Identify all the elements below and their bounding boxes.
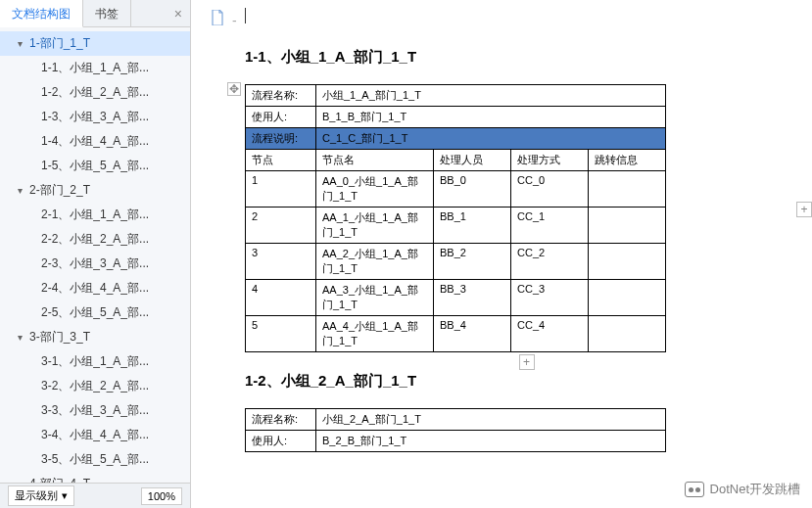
tree-item[interactable]: 1-5、小组_5_A_部... — [0, 154, 190, 178]
tree-item[interactable]: 3-5、小组_5_A_部... — [0, 447, 190, 472]
table-meta-row[interactable]: 使用人:B_2_B_部门_1_T — [246, 431, 666, 452]
table-cell[interactable] — [589, 244, 666, 280]
table-row[interactable]: 4AA_3_小组_1_A_部门_1_TBB_3CC_3 — [246, 280, 666, 316]
app-root: 文档结构图 书签 × ▾1-部门_1_T1-1、小组_1_A_部...1-2、小… — [0, 0, 812, 508]
tree-label: 1-3、小组_3_A_部... — [41, 110, 149, 123]
tab-bookmark[interactable]: 书签 — [83, 0, 131, 26]
page-dash: - — [232, 13, 237, 28]
table-move-handle[interactable]: ✥ — [227, 82, 241, 96]
tree-item[interactable]: 3-2、小组_2_A_部... — [0, 374, 190, 398]
table-cell[interactable]: BB_2 — [434, 244, 511, 280]
tree-item[interactable]: 2-3、小组_3_A_部... — [0, 252, 190, 276]
add-column-button[interactable]: + — [519, 354, 535, 370]
column-header: 处理人员 — [434, 150, 511, 171]
table-cell[interactable]: AA_0_小组_1_A_部门_1_T — [316, 171, 434, 208]
table-cell[interactable]: 2 — [246, 208, 316, 244]
tree-item[interactable]: 2-1、小组_1_A_部... — [0, 203, 190, 227]
table-cell[interactable]: BB_0 — [434, 171, 511, 208]
table-row[interactable]: 2AA_1_小组_1_A_部门_1_TBB_1CC_1 — [246, 208, 666, 244]
caret-down-icon: ▾ — [18, 38, 27, 49]
table-row[interactable]: 1AA_0_小组_1_A_部门_1_TBB_0CC_0 — [246, 171, 666, 208]
table-meta-row[interactable]: 流程说明:C_1_C_部门_1_T — [246, 128, 666, 150]
table-cell[interactable]: AA_1_小组_1_A_部门_1_T — [316, 208, 434, 244]
table-row[interactable]: 5AA_4_小组_1_A_部门_1_TBB_4CC_4 — [246, 316, 666, 352]
tree-label: 1-4、小组_4_A_部... — [41, 134, 149, 148]
tree-item[interactable]: 2-2、小组_2_A_部... — [0, 227, 190, 252]
column-header: 节点 — [246, 150, 316, 171]
table-row[interactable]: 3AA_2_小组_1_A_部门_1_TBB_2CC_2 — [246, 244, 666, 280]
table-cell[interactable] — [589, 316, 666, 352]
tree-label: 3-4、小组_4_A_部... — [41, 428, 149, 441]
table-cell[interactable]: CC_4 — [511, 316, 589, 352]
sidebar-close-button[interactable]: × — [167, 0, 190, 26]
table-cell[interactable]: AA_4_小组_1_A_部门_1_T — [316, 316, 434, 352]
meta-key: 使用人: — [246, 431, 316, 452]
document-area: - 1-1、小组_1_A_部门_1_T✥流程名称:小组_1_A_部门_1_T使用… — [191, 0, 812, 508]
meta-value: C_1_C_部门_1_T — [316, 128, 666, 150]
document-scroll[interactable]: 1-1、小组_1_A_部门_1_T✥流程名称:小组_1_A_部门_1_T使用人:… — [191, 0, 812, 508]
meta-value: 小组_2_A_部门_1_T — [316, 409, 666, 431]
meta-key: 流程说明: — [246, 128, 316, 150]
table-cell[interactable]: AA_2_小组_1_A_部门_1_T — [316, 244, 434, 280]
tree-item[interactable]: 1-1、小组_1_A_部... — [0, 56, 190, 80]
tree-item[interactable]: 3-4、小组_4_A_部... — [0, 423, 190, 447]
table-cell[interactable]: BB_4 — [434, 316, 511, 352]
tree-label: 1-5、小组_5_A_部... — [41, 159, 149, 172]
tree-section[interactable]: ▾2-部门_2_T — [0, 178, 190, 203]
table-header-row: 节点节点名处理人员处理方式跳转信息 — [246, 150, 666, 171]
table-cell[interactable]: CC_1 — [511, 208, 589, 244]
tree-label: 2-4、小组_4_A_部... — [41, 281, 149, 295]
page-indicator-icon: - — [211, 10, 237, 28]
tree-label: 3-1、小组_1_A_部... — [41, 354, 149, 368]
table-cell[interactable]: 1 — [246, 171, 316, 208]
meta-key: 流程名称: — [246, 85, 316, 107]
tree-label: 2-2、小组_2_A_部... — [41, 232, 149, 246]
process-table[interactable]: 流程名称:小组_1_A_部门_1_T使用人:B_1_B_部门_1_T流程说明:C… — [245, 84, 666, 352]
table-cell[interactable] — [589, 208, 666, 244]
table-cell[interactable]: BB_1 — [434, 208, 511, 244]
caret-down-icon: ▾ — [18, 185, 27, 196]
tree-section[interactable]: ▾4-部门_4_T — [0, 472, 190, 483]
tree-item[interactable]: 1-4、小组_4_A_部... — [0, 129, 190, 154]
meta-value: B_2_B_部门_1_T — [316, 431, 666, 452]
table-meta-row[interactable]: 使用人:B_1_B_部门_1_T — [246, 107, 666, 128]
table-wrapper: ✥流程名称:小组_1_A_部门_1_T使用人:B_1_B_部门_1_T流程说明:… — [245, 84, 792, 352]
outline-level-select[interactable]: 显示级别 ▾ — [8, 485, 74, 506]
tree-item[interactable]: 3-1、小组_1_A_部... — [0, 349, 190, 374]
tree-label: 3-5、小组_5_A_部... — [41, 452, 149, 466]
meta-key: 流程名称: — [246, 409, 316, 431]
table-cell[interactable]: CC_2 — [511, 244, 589, 280]
tree-label: 3-2、小组_2_A_部... — [41, 379, 149, 393]
tree-section[interactable]: ▾1-部门_1_T — [0, 31, 190, 56]
zoom-select[interactable]: 100% — [141, 487, 182, 505]
table-cell[interactable]: AA_3_小组_1_A_部门_1_T — [316, 280, 434, 316]
table-meta-row[interactable]: 流程名称:小组_1_A_部门_1_T — [246, 85, 666, 107]
tree-label: 1-1、小组_1_A_部... — [41, 61, 149, 74]
table-cell[interactable]: 4 — [246, 280, 316, 316]
tree-item[interactable]: 2-5、小组_5_A_部... — [0, 300, 190, 325]
table-cell[interactable]: CC_0 — [511, 171, 589, 208]
tree-item[interactable]: 3-3、小组_3_A_部... — [0, 398, 190, 423]
tree-label: 1-部门_1_T — [29, 36, 90, 50]
sidebar-footer: 显示级别 ▾ 100% — [0, 483, 190, 508]
table-meta-row[interactable]: 流程名称:小组_2_A_部门_1_T — [246, 409, 666, 431]
tree-item[interactable]: 2-4、小组_4_A_部... — [0, 276, 190, 300]
table-cell[interactable] — [589, 171, 666, 208]
tree-item[interactable]: 1-3、小组_3_A_部... — [0, 105, 190, 129]
outline-level-label: 显示级别 — [15, 488, 58, 503]
tab-structure[interactable]: 文档结构图 — [0, 0, 83, 27]
tree-section[interactable]: ▾3-部门_3_T — [0, 325, 190, 349]
tree-item[interactable]: 1-2、小组_2_A_部... — [0, 80, 190, 105]
table-cell[interactable] — [589, 280, 666, 316]
add-row-button[interactable]: + — [796, 202, 812, 217]
process-table[interactable]: 流程名称:小组_2_A_部门_1_T使用人:B_2_B_部门_1_T — [245, 408, 666, 452]
table-cell[interactable]: CC_3 — [511, 280, 589, 316]
sidebar: 文档结构图 书签 × ▾1-部门_1_T1-1、小组_1_A_部...1-2、小… — [0, 0, 191, 508]
meta-key: 使用人: — [246, 107, 316, 128]
tree-label: 3-部门_3_T — [29, 330, 90, 344]
table-cell[interactable]: 5 — [246, 316, 316, 352]
table-cell[interactable]: BB_3 — [434, 280, 511, 316]
tree-label: 2-5、小组_5_A_部... — [41, 305, 149, 319]
table-cell[interactable]: 3 — [246, 244, 316, 280]
document-outline-tree[interactable]: ▾1-部门_1_T1-1、小组_1_A_部...1-2、小组_2_A_部...1… — [0, 27, 190, 483]
